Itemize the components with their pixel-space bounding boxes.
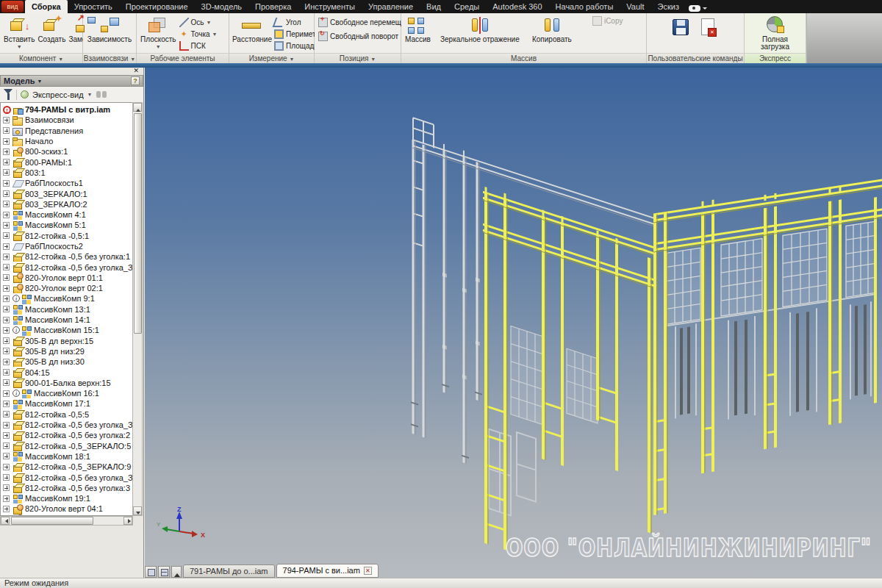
tree-item[interactable]: Представления <box>1 126 133 136</box>
scroll-down-button[interactable] <box>133 506 142 515</box>
tree-item[interactable]: 812-стойка -0,5_ЗЕРКАЛО:9 <box>1 462 133 472</box>
delete-file-button[interactable] <box>699 18 720 37</box>
tree-item[interactable]: РабПлоскость1 <box>1 178 133 188</box>
scrollbar-thumb[interactable] <box>11 517 93 525</box>
window-tile-icon[interactable] <box>158 566 170 578</box>
expand-icon[interactable] <box>3 379 10 386</box>
group-label-work-features[interactable]: Рабочие элементы <box>137 53 229 63</box>
expand-icon[interactable] <box>3 169 10 176</box>
insert-button[interactable]: ↓ Вставить ▼ <box>2 15 36 51</box>
tree-item[interactable]: 803:1 <box>1 168 133 178</box>
tree-item[interactable]: 812-стойка -0,5 без уголка:2 <box>1 430 133 440</box>
tree-item[interactable]: РабПлоскость2 <box>1 241 133 251</box>
filter-icon[interactable] <box>4 89 12 98</box>
menu-tab-среды[interactable]: Среды <box>448 0 486 13</box>
expand-icon[interactable] <box>3 222 10 229</box>
tree-item[interactable]: МассивКомп 14:1 <box>1 315 133 325</box>
expand-icon[interactable] <box>3 138 10 145</box>
tree-item[interactable]: Взаимосвязи <box>1 115 133 125</box>
point-button[interactable]: ✦ Точка ▼ <box>178 28 219 40</box>
expand-icon[interactable] <box>3 285 10 292</box>
tree-item[interactable]: iМассивКомп 15:1 <box>1 325 133 335</box>
tree-item[interactable]: 812-стойка -0,5 без уголка_З <box>1 472 133 482</box>
tree-item[interactable]: 820-Уголок верт 02:1 <box>1 283 133 293</box>
expand-icon[interactable] <box>3 317 10 323</box>
tree-item[interactable]: 812-стойка -0,5:1 <box>1 231 133 241</box>
tree-root-item[interactable]: !794-РАМЫ с витр.iam <box>1 104 133 115</box>
tree-item[interactable]: Начало <box>1 136 133 146</box>
tree-item[interactable]: 812-стойка -0,5 без уголка:3 <box>1 483 133 493</box>
plane-button[interactable]: Плоскость ▼ <box>139 15 178 51</box>
group-label-pattern[interactable]: Массив <box>401 53 646 63</box>
group-label-measure[interactable]: Измерение ▼ <box>229 53 314 63</box>
group-label-position[interactable]: Позиция ▼ <box>315 53 401 63</box>
tree-item[interactable]: 305-В дл верхн:15 <box>1 336 133 346</box>
tree-item[interactable]: 812-стойка -0,5_ЗЕРКАЛО:5 <box>1 441 133 451</box>
expand-icon[interactable] <box>3 484 10 491</box>
viewport-3d[interactable]: Z X Y ООО "ОНЛАЙНИНЖИНИРИНГ" <box>145 68 882 578</box>
express-view-label[interactable]: Экспресс-вид <box>32 90 84 99</box>
expand-icon[interactable] <box>3 348 10 354</box>
expand-icon[interactable] <box>3 232 10 239</box>
mirror-button[interactable]: Зеркальное отражение <box>437 15 523 44</box>
menu-tab-3d-модель[interactable]: 3D-модель <box>195 0 248 13</box>
document-tab[interactable]: 791-РАМЫ до о...iam <box>183 564 275 578</box>
expand-icon[interactable] <box>3 127 10 134</box>
expand-icon[interactable] <box>3 264 10 270</box>
tree-item[interactable]: МассивКомп 19:1 <box>1 493 133 503</box>
tree-item[interactable]: 900-01-Балка верхн:15 <box>1 378 133 388</box>
menu-tab-проектирование[interactable]: Проектирование <box>119 0 195 13</box>
expand-icon[interactable] <box>3 453 10 459</box>
expand-icon[interactable] <box>3 390 10 397</box>
tab-list-button[interactable] <box>171 566 182 578</box>
menu-tab-начало-работы[interactable]: Начало работы <box>549 0 620 13</box>
full-load-button[interactable]: Полная загрузка <box>747 15 803 51</box>
tree-item[interactable]: 820-Уголок верт 04:1 <box>1 503 133 514</box>
tree-item[interactable]: iМассивКомп 9:1 <box>1 293 133 304</box>
expand-icon[interactable] <box>3 327 10 334</box>
expand-icon[interactable] <box>3 254 10 260</box>
tree-vertical-scrollbar[interactable] <box>132 102 143 516</box>
tree-item[interactable]: 804:15 <box>1 367 133 377</box>
expand-icon[interactable] <box>3 148 10 155</box>
tree-item[interactable]: 305-В дл низ:29 <box>1 346 133 356</box>
expand-icon[interactable] <box>3 474 10 481</box>
tree-item[interactable]: МассивКомп 13:1 <box>1 304 133 315</box>
tree-item[interactable]: МассивКомп 5:1 <box>1 220 133 230</box>
scrollbar-thumb[interactable] <box>134 113 142 334</box>
save-button[interactable] <box>671 18 692 37</box>
expand-icon[interactable] <box>3 464 10 470</box>
expand-icon[interactable] <box>3 274 10 281</box>
menu-tab-эскиз[interactable]: Эскиз <box>651 0 686 13</box>
expand-icon[interactable] <box>3 306 10 312</box>
panel-close-icon[interactable]: ✕ <box>133 67 139 74</box>
tree-item[interactable]: 812-стойка -0,5:5 <box>1 409 133 420</box>
expand-icon[interactable] <box>3 422 10 429</box>
menu-tab-управление[interactable]: Управление <box>362 0 420 13</box>
group-label-express[interactable]: Экспресс <box>745 53 806 63</box>
expand-icon[interactable] <box>3 401 10 407</box>
copy-button[interactable]: Копировать <box>528 15 576 44</box>
tree-item[interactable]: 800-эскиз:1 <box>1 146 133 157</box>
find-icon[interactable] <box>96 91 107 98</box>
scroll-up-button[interactable] <box>133 103 142 112</box>
group-label-relationships[interactable]: Взаимосвязи ▼ <box>83 53 136 63</box>
tree-item[interactable]: 803_ЗЕРКАЛО:1 <box>1 188 133 198</box>
tree-item[interactable]: 812-стойка -0,5 без уголка_З <box>1 262 133 272</box>
expand-icon[interactable] <box>3 201 10 207</box>
menu-tab-autodesk-360[interactable]: Autodesk 360 <box>486 0 548 13</box>
window-arrange-icon[interactable] <box>145 566 157 578</box>
tree-item[interactable]: МассивКомп 4:1 <box>1 209 133 220</box>
document-tab[interactable]: 794-РАМЫ с ви...iam✕ <box>276 564 379 578</box>
menu-tab-упростить[interactable]: Упростить <box>68 0 119 13</box>
tree-item[interactable]: 812-стойка -0,5 без уголка:1 <box>1 251 133 262</box>
menu-tab-вид[interactable]: Вид <box>420 0 448 13</box>
chevron-down-icon[interactable]: ▼ <box>87 92 93 97</box>
help-icon[interactable]: ? <box>131 76 140 85</box>
browser-header[interactable]: Модель ▼ ? <box>0 75 143 87</box>
axis-button[interactable]: Ось ▼ <box>178 16 219 28</box>
icopy-button[interactable]: iCopy <box>591 15 625 26</box>
tree-item[interactable]: 820-Уголок верт 01:1 <box>1 273 133 283</box>
expand-icon[interactable] <box>3 180 10 187</box>
tree-horizontal-scrollbar[interactable] <box>0 516 133 526</box>
